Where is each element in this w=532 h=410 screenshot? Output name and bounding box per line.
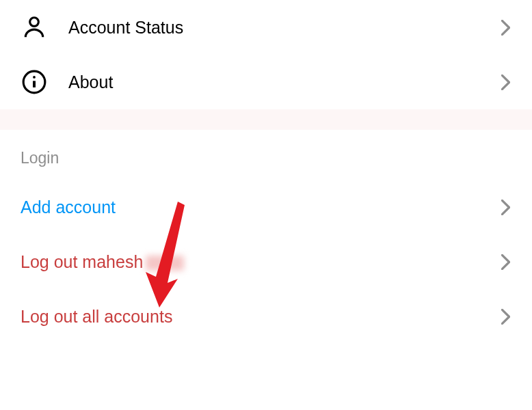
chevron-right-icon: [499, 17, 511, 38]
redacted-text: [146, 256, 184, 271]
login-item-label: Log out mahesh: [21, 252, 499, 272]
chevron-right-icon: [499, 72, 511, 92]
log-out-all-item[interactable]: Log out all accounts: [0, 289, 532, 344]
section-separator: [0, 109, 532, 130]
settings-item-account-status[interactable]: Account Status: [0, 0, 532, 55]
chevron-right-icon: [499, 306, 511, 327]
person-icon: [21, 14, 48, 41]
info-icon: [21, 68, 48, 96]
section-header-login: Login: [0, 130, 532, 180]
settings-item-label: About: [68, 72, 499, 92]
svg-point-0: [30, 18, 39, 27]
log-out-user-item[interactable]: Log out mahesh: [0, 234, 532, 289]
login-item-label: Log out all accounts: [21, 307, 499, 327]
chevron-right-icon: [499, 251, 511, 272]
settings-item-about[interactable]: About: [0, 55, 532, 109]
login-item-label: Add account: [21, 197, 499, 217]
settings-item-label: Account Status: [68, 18, 499, 38]
add-account-item[interactable]: Add account: [0, 180, 532, 234]
svg-point-2: [33, 76, 36, 79]
chevron-right-icon: [499, 197, 511, 217]
